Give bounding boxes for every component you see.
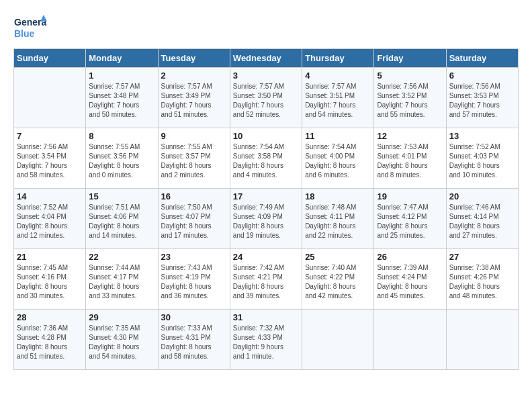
day-info: Sunrise: 7:36 AMSunset: 4:28 PMDaylight:…: [17, 324, 83, 361]
calendar-week-row: 21Sunrise: 7:45 AMSunset: 4:16 PMDayligh…: [14, 249, 519, 310]
day-number: 26: [377, 252, 443, 262]
day-number: 24: [233, 252, 299, 262]
calendar-cell: 6Sunrise: 7:56 AMSunset: 3:53 PMDaylight…: [446, 68, 518, 128]
calendar-cell: [374, 310, 446, 370]
day-number: 10: [233, 131, 299, 141]
day-number: 2: [161, 71, 227, 81]
day-info: Sunrise: 7:33 AMSunset: 4:31 PMDaylight:…: [161, 324, 227, 361]
day-info: Sunrise: 7:39 AMSunset: 4:24 PMDaylight:…: [377, 263, 443, 301]
calendar-cell: 14Sunrise: 7:52 AMSunset: 4:04 PMDayligh…: [14, 189, 86, 249]
day-info: Sunrise: 7:48 AMSunset: 4:11 PMDaylight:…: [305, 203, 371, 240]
day-info: Sunrise: 7:50 AMSunset: 4:07 PMDaylight:…: [161, 203, 227, 240]
day-number: 17: [233, 191, 299, 201]
calendar-cell: 20Sunrise: 7:46 AMSunset: 4:14 PMDayligh…: [446, 189, 518, 249]
day-info: Sunrise: 7:35 AMSunset: 4:30 PMDaylight:…: [89, 324, 154, 361]
day-number: 1: [89, 71, 154, 81]
day-info: Sunrise: 7:52 AMSunset: 4:04 PMDaylight:…: [17, 203, 83, 240]
day-number: 27: [449, 252, 515, 262]
day-number: 22: [89, 252, 154, 262]
day-info: Sunrise: 7:49 AMSunset: 4:09 PMDaylight:…: [233, 203, 299, 240]
calendar-cell: 4Sunrise: 7:57 AMSunset: 3:51 PMDaylight…: [302, 68, 374, 128]
col-header-tuesday: Tuesday: [158, 49, 230, 68]
calendar-week-row: 7Sunrise: 7:56 AMSunset: 3:54 PMDaylight…: [14, 128, 519, 189]
day-info: Sunrise: 7:55 AMSunset: 3:56 PMDaylight:…: [89, 142, 154, 180]
calendar-cell: 23Sunrise: 7:43 AMSunset: 4:19 PMDayligh…: [158, 249, 230, 310]
calendar-cell: 18Sunrise: 7:48 AMSunset: 4:11 PMDayligh…: [302, 189, 374, 249]
calendar-cell: 30Sunrise: 7:33 AMSunset: 4:31 PMDayligh…: [158, 310, 230, 370]
day-info: Sunrise: 7:38 AMSunset: 4:26 PMDaylight:…: [449, 263, 515, 301]
col-header-friday: Friday: [374, 49, 446, 68]
day-number: 14: [17, 191, 83, 201]
page-header: General Blue: [13, 13, 519, 42]
logo: General Blue: [13, 13, 47, 42]
calendar-cell: 2Sunrise: 7:57 AMSunset: 3:49 PMDaylight…: [158, 68, 230, 128]
calendar-cell: 24Sunrise: 7:42 AMSunset: 4:21 PMDayligh…: [230, 249, 302, 310]
svg-text:Blue: Blue: [14, 28, 35, 39]
col-header-wednesday: Wednesday: [230, 49, 302, 68]
calendar-cell: 27Sunrise: 7:38 AMSunset: 4:26 PMDayligh…: [446, 249, 518, 310]
day-number: 20: [449, 191, 515, 201]
calendar-cell: 9Sunrise: 7:55 AMSunset: 3:57 PMDaylight…: [158, 128, 230, 189]
day-info: Sunrise: 7:56 AMSunset: 3:52 PMDaylight:…: [377, 82, 443, 120]
day-number: 25: [305, 252, 371, 262]
day-info: Sunrise: 7:57 AMSunset: 3:49 PMDaylight:…: [161, 82, 227, 120]
calendar-week-row: 14Sunrise: 7:52 AMSunset: 4:04 PMDayligh…: [14, 189, 519, 249]
calendar-cell: 26Sunrise: 7:39 AMSunset: 4:24 PMDayligh…: [374, 249, 446, 310]
day-number: 5: [377, 71, 443, 81]
calendar-cell: 5Sunrise: 7:56 AMSunset: 3:52 PMDaylight…: [374, 68, 446, 128]
day-number: 4: [305, 71, 371, 81]
calendar-cell: 7Sunrise: 7:56 AMSunset: 3:54 PMDaylight…: [14, 128, 86, 189]
day-number: 13: [449, 131, 515, 141]
day-info: Sunrise: 7:44 AMSunset: 4:17 PMDaylight:…: [89, 263, 154, 301]
day-number: 28: [17, 312, 83, 322]
calendar-cell: 22Sunrise: 7:44 AMSunset: 4:17 PMDayligh…: [86, 249, 158, 310]
day-info: Sunrise: 7:47 AMSunset: 4:12 PMDaylight:…: [377, 203, 443, 240]
day-number: 30: [161, 312, 227, 322]
calendar-cell: 3Sunrise: 7:57 AMSunset: 3:50 PMDaylight…: [230, 68, 302, 128]
day-number: 8: [89, 131, 154, 141]
calendar-cell: 1Sunrise: 7:57 AMSunset: 3:48 PMDaylight…: [86, 68, 158, 128]
day-info: Sunrise: 7:46 AMSunset: 4:14 PMDaylight:…: [449, 203, 515, 240]
calendar-cell: 28Sunrise: 7:36 AMSunset: 4:28 PMDayligh…: [14, 310, 86, 370]
day-info: Sunrise: 7:54 AMSunset: 3:58 PMDaylight:…: [233, 142, 299, 180]
calendar-cell: 15Sunrise: 7:51 AMSunset: 4:06 PMDayligh…: [86, 189, 158, 249]
col-header-saturday: Saturday: [446, 49, 518, 68]
day-info: Sunrise: 7:56 AMSunset: 3:54 PMDaylight:…: [17, 142, 83, 180]
day-info: Sunrise: 7:56 AMSunset: 3:53 PMDaylight:…: [449, 82, 515, 120]
calendar-cell: [14, 68, 86, 128]
day-number: 16: [161, 191, 227, 201]
col-header-thursday: Thursday: [302, 49, 374, 68]
calendar-cell: 19Sunrise: 7:47 AMSunset: 4:12 PMDayligh…: [374, 189, 446, 249]
calendar-cell: 29Sunrise: 7:35 AMSunset: 4:30 PMDayligh…: [86, 310, 158, 370]
day-number: 29: [89, 312, 154, 322]
day-info: Sunrise: 7:57 AMSunset: 3:51 PMDaylight:…: [305, 82, 371, 120]
calendar-table: SundayMondayTuesdayWednesdayThursdayFrid…: [13, 48, 519, 370]
calendar-week-row: 28Sunrise: 7:36 AMSunset: 4:28 PMDayligh…: [14, 310, 519, 370]
calendar-cell: 17Sunrise: 7:49 AMSunset: 4:09 PMDayligh…: [230, 189, 302, 249]
day-info: Sunrise: 7:40 AMSunset: 4:22 PMDaylight:…: [305, 263, 371, 301]
calendar-cell: 8Sunrise: 7:55 AMSunset: 3:56 PMDaylight…: [86, 128, 158, 189]
calendar-cell: 16Sunrise: 7:50 AMSunset: 4:07 PMDayligh…: [158, 189, 230, 249]
calendar-cell: 12Sunrise: 7:53 AMSunset: 4:01 PMDayligh…: [374, 128, 446, 189]
day-info: Sunrise: 7:54 AMSunset: 4:00 PMDaylight:…: [305, 142, 371, 180]
day-info: Sunrise: 7:52 AMSunset: 4:03 PMDaylight:…: [449, 142, 515, 180]
calendar-cell: [446, 310, 518, 370]
calendar-cell: 10Sunrise: 7:54 AMSunset: 3:58 PMDayligh…: [230, 128, 302, 189]
day-number: 9: [161, 131, 227, 141]
day-number: 12: [377, 131, 443, 141]
day-info: Sunrise: 7:57 AMSunset: 3:48 PMDaylight:…: [89, 82, 154, 120]
day-number: 31: [233, 312, 299, 322]
calendar-cell: 25Sunrise: 7:40 AMSunset: 4:22 PMDayligh…: [302, 249, 374, 310]
calendar-week-row: 1Sunrise: 7:57 AMSunset: 3:48 PMDaylight…: [14, 68, 519, 128]
day-info: Sunrise: 7:57 AMSunset: 3:50 PMDaylight:…: [233, 82, 299, 120]
day-info: Sunrise: 7:45 AMSunset: 4:16 PMDaylight:…: [17, 263, 83, 301]
day-info: Sunrise: 7:43 AMSunset: 4:19 PMDaylight:…: [161, 263, 227, 301]
day-number: 21: [17, 252, 83, 262]
calendar-cell: 13Sunrise: 7:52 AMSunset: 4:03 PMDayligh…: [446, 128, 518, 189]
logo-svg: General Blue: [13, 13, 47, 42]
day-number: 18: [305, 191, 371, 201]
day-number: 6: [449, 71, 515, 81]
day-info: Sunrise: 7:32 AMSunset: 4:33 PMDaylight:…: [233, 324, 299, 361]
day-info: Sunrise: 7:51 AMSunset: 4:06 PMDaylight:…: [89, 203, 154, 240]
calendar-cell: 11Sunrise: 7:54 AMSunset: 4:00 PMDayligh…: [302, 128, 374, 189]
